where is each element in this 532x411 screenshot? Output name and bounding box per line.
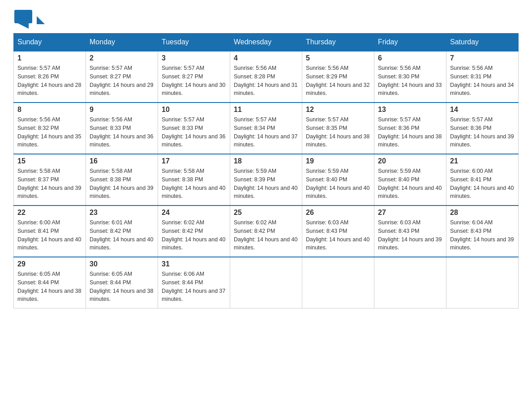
- day-number: 18: [234, 157, 298, 165]
- day-info: Sunrise: 5:56 AM Sunset: 8:30 PM Dayligh…: [378, 64, 442, 98]
- calendar-cell: 17 Sunrise: 5:58 AM Sunset: 8:38 PM Dayl…: [158, 154, 230, 206]
- weekday-header-thursday: Thursday: [302, 34, 374, 51]
- day-number: 24: [162, 209, 226, 217]
- day-number: 10: [162, 106, 226, 114]
- day-number: 28: [450, 209, 515, 217]
- day-info: Sunrise: 5:59 AM Sunset: 8:39 PM Dayligh…: [234, 167, 298, 201]
- day-info: Sunrise: 5:59 AM Sunset: 8:40 PM Dayligh…: [378, 167, 442, 201]
- svg-marker-1: [18, 23, 29, 29]
- calendar-cell: 26 Sunrise: 6:03 AM Sunset: 8:43 PM Dayl…: [302, 206, 374, 257]
- day-number: 21: [450, 157, 515, 165]
- weekday-header-wednesday: Wednesday: [230, 34, 302, 51]
- day-number: 27: [378, 209, 442, 217]
- day-info: Sunrise: 6:06 AM Sunset: 8:44 PM Dayligh…: [162, 270, 226, 304]
- day-info: Sunrise: 5:57 AM Sunset: 8:27 PM Dayligh…: [162, 64, 226, 98]
- day-number: 20: [378, 157, 442, 165]
- calendar-cell: [446, 257, 519, 308]
- weekday-header-monday: Monday: [86, 34, 158, 51]
- day-number: 31: [162, 260, 226, 268]
- day-info: Sunrise: 5:58 AM Sunset: 8:38 PM Dayligh…: [162, 167, 226, 201]
- calendar-cell: 25 Sunrise: 6:02 AM Sunset: 8:42 PM Dayl…: [230, 206, 302, 257]
- day-info: Sunrise: 5:56 AM Sunset: 8:33 PM Dayligh…: [90, 116, 154, 149]
- calendar-cell: 10 Sunrise: 5:57 AM Sunset: 8:33 PM Dayl…: [158, 103, 230, 154]
- calendar-cell: 28 Sunrise: 6:04 AM Sunset: 8:43 PM Dayl…: [446, 206, 519, 257]
- day-number: 14: [450, 106, 515, 114]
- weekday-header-saturday: Saturday: [446, 34, 519, 51]
- calendar-cell: [230, 257, 302, 308]
- day-number: 8: [17, 106, 82, 114]
- day-number: 6: [378, 54, 442, 62]
- logo-icon: [13, 9, 33, 29]
- day-info: Sunrise: 6:03 AM Sunset: 8:43 PM Dayligh…: [306, 218, 370, 252]
- day-info: Sunrise: 5:57 AM Sunset: 8:33 PM Dayligh…: [162, 116, 226, 149]
- day-number: 26: [306, 209, 370, 217]
- day-number: 12: [306, 106, 370, 114]
- calendar-cell: 6 Sunrise: 5:56 AM Sunset: 8:30 PM Dayli…: [374, 51, 446, 103]
- day-info: Sunrise: 5:57 AM Sunset: 8:27 PM Dayligh…: [90, 64, 154, 98]
- day-info: Sunrise: 5:56 AM Sunset: 8:32 PM Dayligh…: [17, 116, 82, 149]
- calendar-cell: 29 Sunrise: 6:05 AM Sunset: 8:44 PM Dayl…: [14, 257, 86, 308]
- calendar-cell: 5 Sunrise: 5:56 AM Sunset: 8:29 PM Dayli…: [302, 51, 374, 103]
- calendar-table: SundayMondayTuesdayWednesdayThursdayFrid…: [13, 33, 519, 308]
- day-info: Sunrise: 5:59 AM Sunset: 8:40 PM Dayligh…: [306, 167, 370, 201]
- calendar-cell: 27 Sunrise: 6:03 AM Sunset: 8:43 PM Dayl…: [374, 206, 446, 257]
- calendar-cell: 2 Sunrise: 5:57 AM Sunset: 8:27 PM Dayli…: [86, 51, 158, 103]
- calendar-cell: 14 Sunrise: 5:57 AM Sunset: 8:36 PM Dayl…: [446, 103, 519, 154]
- day-info: Sunrise: 5:57 AM Sunset: 8:26 PM Dayligh…: [17, 64, 82, 98]
- day-info: Sunrise: 6:00 AM Sunset: 8:41 PM Dayligh…: [450, 167, 515, 201]
- calendar-cell: 18 Sunrise: 5:59 AM Sunset: 8:39 PM Dayl…: [230, 154, 302, 206]
- calendar-cell: 19 Sunrise: 5:59 AM Sunset: 8:40 PM Dayl…: [302, 154, 374, 206]
- day-number: 3: [162, 54, 226, 62]
- calendar-week-row: 8 Sunrise: 5:56 AM Sunset: 8:32 PM Dayli…: [14, 103, 519, 154]
- day-info: Sunrise: 5:58 AM Sunset: 8:37 PM Dayligh…: [17, 167, 82, 201]
- day-info: Sunrise: 5:58 AM Sunset: 8:38 PM Dayligh…: [90, 167, 154, 201]
- day-number: 17: [162, 157, 226, 165]
- logo-triangle: [37, 16, 45, 24]
- day-number: 5: [306, 54, 370, 62]
- calendar-cell: 4 Sunrise: 5:56 AM Sunset: 8:28 PM Dayli…: [230, 51, 302, 103]
- day-number: 23: [90, 209, 154, 217]
- calendar-cell: 23 Sunrise: 6:01 AM Sunset: 8:42 PM Dayl…: [86, 206, 158, 257]
- day-info: Sunrise: 5:56 AM Sunset: 8:28 PM Dayligh…: [234, 64, 298, 98]
- calendar-week-row: 22 Sunrise: 6:00 AM Sunset: 8:41 PM Dayl…: [14, 206, 519, 257]
- day-number: 25: [234, 209, 298, 217]
- day-info: Sunrise: 6:05 AM Sunset: 8:44 PM Dayligh…: [17, 270, 82, 304]
- weekday-header-friday: Friday: [374, 34, 446, 51]
- calendar-cell: 7 Sunrise: 5:56 AM Sunset: 8:31 PM Dayli…: [446, 51, 519, 103]
- day-info: Sunrise: 5:57 AM Sunset: 8:34 PM Dayligh…: [234, 116, 298, 149]
- calendar-cell: 20 Sunrise: 5:59 AM Sunset: 8:40 PM Dayl…: [374, 154, 446, 206]
- calendar-cell: 21 Sunrise: 6:00 AM Sunset: 8:41 PM Dayl…: [446, 154, 519, 206]
- day-info: Sunrise: 5:56 AM Sunset: 8:29 PM Dayligh…: [306, 64, 370, 98]
- calendar-week-row: 29 Sunrise: 6:05 AM Sunset: 8:44 PM Dayl…: [14, 257, 519, 308]
- svg-marker-2: [37, 16, 45, 24]
- day-number: 9: [90, 106, 154, 114]
- calendar-cell: 22 Sunrise: 6:00 AM Sunset: 8:41 PM Dayl…: [14, 206, 86, 257]
- day-info: Sunrise: 6:05 AM Sunset: 8:44 PM Dayligh…: [90, 270, 154, 304]
- day-info: Sunrise: 6:04 AM Sunset: 8:43 PM Dayligh…: [450, 218, 515, 252]
- calendar-cell: 12 Sunrise: 5:57 AM Sunset: 8:35 PM Dayl…: [302, 103, 374, 154]
- calendar-cell: 9 Sunrise: 5:56 AM Sunset: 8:33 PM Dayli…: [86, 103, 158, 154]
- day-info: Sunrise: 5:57 AM Sunset: 8:35 PM Dayligh…: [306, 116, 370, 149]
- logo: [13, 9, 45, 29]
- calendar-cell: 16 Sunrise: 5:58 AM Sunset: 8:38 PM Dayl…: [86, 154, 158, 206]
- weekday-header-tuesday: Tuesday: [158, 34, 230, 51]
- calendar-cell: 30 Sunrise: 6:05 AM Sunset: 8:44 PM Dayl…: [86, 257, 158, 308]
- calendar-week-row: 1 Sunrise: 5:57 AM Sunset: 8:26 PM Dayli…: [14, 51, 519, 103]
- day-number: 4: [234, 54, 298, 62]
- day-number: 15: [17, 157, 82, 165]
- calendar-week-row: 15 Sunrise: 5:58 AM Sunset: 8:37 PM Dayl…: [14, 154, 519, 206]
- calendar-cell: 1 Sunrise: 5:57 AM Sunset: 8:26 PM Dayli…: [14, 51, 86, 103]
- day-info: Sunrise: 5:57 AM Sunset: 8:36 PM Dayligh…: [450, 116, 515, 149]
- calendar-cell: 31 Sunrise: 6:06 AM Sunset: 8:44 PM Dayl…: [158, 257, 230, 308]
- day-info: Sunrise: 6:01 AM Sunset: 8:42 PM Dayligh…: [90, 218, 154, 252]
- day-info: Sunrise: 6:03 AM Sunset: 8:43 PM Dayligh…: [378, 218, 442, 252]
- day-info: Sunrise: 6:02 AM Sunset: 8:42 PM Dayligh…: [162, 218, 226, 252]
- day-info: Sunrise: 6:02 AM Sunset: 8:42 PM Dayligh…: [234, 218, 298, 252]
- day-number: 22: [17, 209, 82, 217]
- day-number: 2: [90, 54, 154, 62]
- weekday-header-sunday: Sunday: [14, 34, 86, 51]
- calendar-header-row: SundayMondayTuesdayWednesdayThursdayFrid…: [14, 34, 519, 51]
- day-number: 11: [234, 106, 298, 114]
- day-number: 19: [306, 157, 370, 165]
- calendar-cell: 13 Sunrise: 5:57 AM Sunset: 8:36 PM Dayl…: [374, 103, 446, 154]
